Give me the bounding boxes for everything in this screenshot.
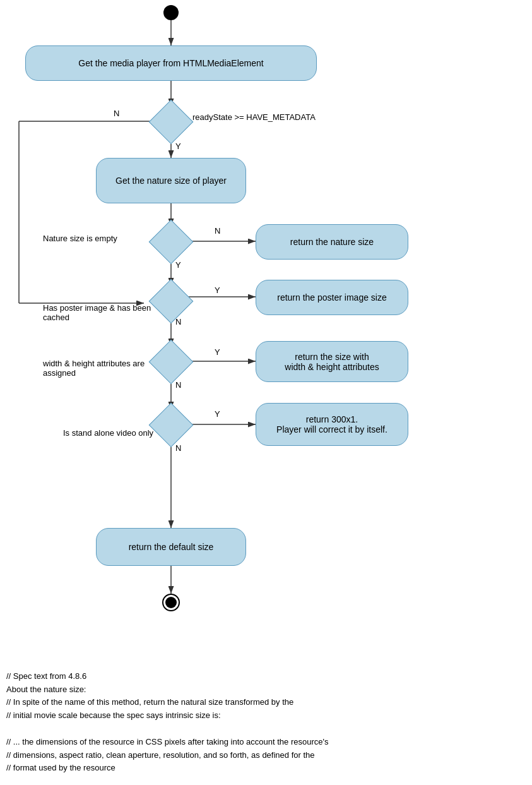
return-300-node: return 300x1. Player will correct it by … (256, 403, 408, 446)
standalone-label: Is stand alone video only (63, 428, 177, 438)
return-default-node: return the default size (96, 528, 246, 566)
diamond-readystate (155, 106, 187, 138)
start-terminal (163, 5, 179, 20)
n4-label: N (175, 380, 181, 390)
n1-label: N (114, 109, 119, 118)
diamond-nature-empty (155, 226, 187, 258)
readystate-label: readyState >= HAVE_METADATA (192, 112, 316, 122)
get-media-node: Get the media player from HTMLMediaEleme… (25, 45, 317, 81)
annotation-text: // Spec text from 4.8.6 About the nature… (6, 657, 524, 775)
return-poster-node: return the poster image size (256, 280, 408, 315)
y4-label: Y (215, 347, 220, 357)
y2-label: Y (175, 260, 181, 270)
n5-label: N (175, 443, 181, 453)
nature-empty-label: Nature size is empty (43, 234, 117, 243)
n3-label: N (175, 317, 181, 327)
y5-label: Y (215, 409, 220, 419)
get-nature-node: Get the nature size of player (96, 158, 246, 203)
return-nature-node: return the nature size (256, 224, 408, 260)
n2-label: N (215, 226, 220, 236)
poster-label: Has poster image & has been cached (43, 303, 169, 322)
return-width-height-node: return the size with width & height attr… (256, 341, 408, 382)
y3-label: Y (215, 285, 220, 295)
y1-label: Y (175, 141, 181, 151)
end-terminal (162, 594, 180, 611)
width-height-label: width & height attributes are assigned (43, 359, 169, 378)
